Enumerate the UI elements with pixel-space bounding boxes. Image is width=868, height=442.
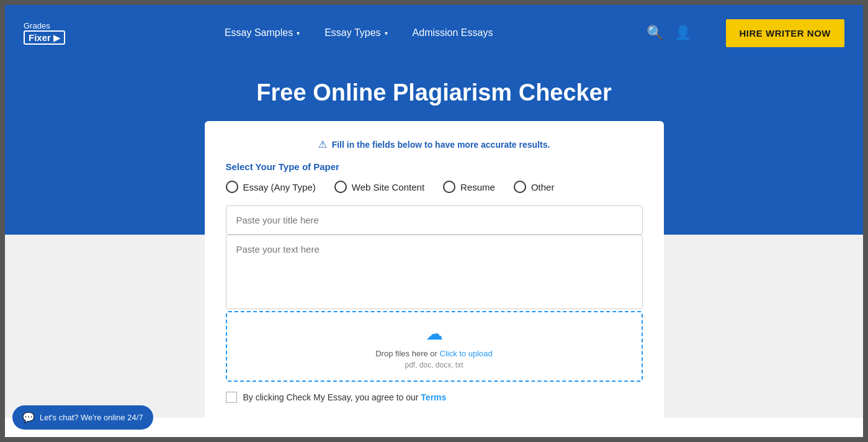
logo-bottom-text: Fixer xyxy=(29,32,51,43)
plagiarism-card-top: ⚠ Fill in the fields below to have more … xyxy=(205,121,664,235)
terms-link[interactable]: Terms xyxy=(421,392,446,402)
content-area: ☁ Drop files here or Click to upload pdf… xyxy=(5,235,863,418)
radio-circle-essay[interactable] xyxy=(226,181,238,193)
upload-cloud-icon: ☁ xyxy=(426,323,443,344)
main-nav: Essay Samples ▾ Essay Types ▾ Admission … xyxy=(96,27,622,38)
chevron-down-icon: ▾ xyxy=(297,30,300,37)
chevron-down-icon: ▾ xyxy=(385,30,388,37)
upload-text: Drop files here or Click to upload xyxy=(375,349,493,358)
chat-icon: 💬 xyxy=(22,412,35,423)
radio-resume-label: Resume xyxy=(460,182,495,192)
radio-circle-resume[interactable] xyxy=(443,181,455,193)
logo[interactable]: Grades Fixer ▶ xyxy=(24,21,65,45)
logo-top: Grades xyxy=(24,21,50,30)
hire-writer-button[interactable]: HIRE WRITER NOW xyxy=(726,19,845,47)
radio-other-label: Other xyxy=(531,182,555,192)
text-area-wrapper: ☁ Drop files here or Click to upload pdf… xyxy=(226,235,643,382)
paper-type-label: Select Your Type of Paper xyxy=(226,161,643,172)
upload-link[interactable]: Click to upload xyxy=(440,349,493,358)
upload-dropzone[interactable]: ☁ Drop files here or Click to upload pdf… xyxy=(226,311,643,382)
radio-other[interactable]: Other xyxy=(514,181,555,193)
upload-formats: pdf, doc, docx, txt xyxy=(405,361,463,369)
radio-website-label: Web Site Content xyxy=(352,182,424,192)
radio-essay-label: Essay (Any Type) xyxy=(243,182,316,192)
nav-essay-samples[interactable]: Essay Samples ▾ xyxy=(225,27,300,38)
plagiarism-card-bottom: ☁ Drop files here or Click to upload pdf… xyxy=(205,235,664,418)
radio-circle-website[interactable] xyxy=(334,181,347,193)
radio-resume[interactable]: Resume xyxy=(443,181,495,193)
user-icon[interactable]: 👤 xyxy=(674,25,691,41)
agree-row: By clicking Check My Essay, you agree to… xyxy=(226,382,643,405)
header: Grades Fixer ▶ Essay Samples ▾ Essay Typ… xyxy=(5,5,863,61)
nav-essay-types[interactable]: Essay Types ▾ xyxy=(324,27,387,38)
radio-group: Essay (Any Type) Web Site Content Resume… xyxy=(226,181,643,193)
nav-admission-essays[interactable]: Admission Essays xyxy=(413,27,493,38)
chat-label: Let's chat? We're online 24/7 xyxy=(40,413,143,422)
warning-icon: ⚠ xyxy=(318,138,327,150)
title-input[interactable] xyxy=(226,205,643,235)
logo-bottom[interactable]: Fixer ▶ xyxy=(24,30,65,45)
page-title: Free Online Plagiarism Checker xyxy=(256,79,611,106)
header-icons: 🔍 👤 xyxy=(647,25,691,41)
agree-text: By clicking Check My Essay, you agree to… xyxy=(243,392,447,402)
radio-website[interactable]: Web Site Content xyxy=(334,181,424,193)
radio-circle-other[interactable] xyxy=(514,181,526,193)
alert-row: ⚠ Fill in the fields below to have more … xyxy=(226,138,643,150)
alert-message: Fill in the fields below to have more ac… xyxy=(332,140,550,150)
chat-bubble[interactable]: 💬 Let's chat? We're online 24/7 xyxy=(12,405,153,430)
radio-essay[interactable]: Essay (Any Type) xyxy=(226,181,316,193)
search-icon[interactable]: 🔍 xyxy=(647,25,663,41)
logo-arrow-icon: ▶ xyxy=(53,33,60,43)
text-input[interactable] xyxy=(226,235,643,309)
hero-section: Free Online Plagiarism Checker ⚠ Fill in… xyxy=(5,61,863,235)
agree-checkbox[interactable] xyxy=(226,392,237,403)
